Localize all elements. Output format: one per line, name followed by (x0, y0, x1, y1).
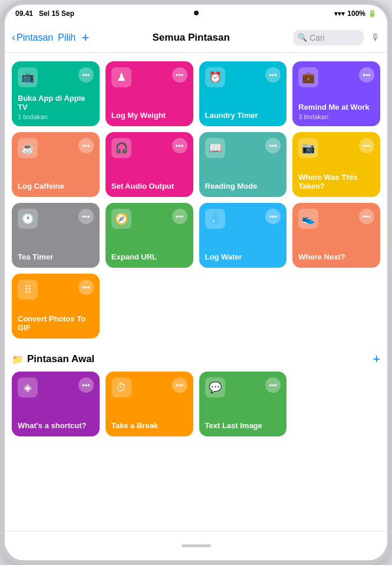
home-indicator[interactable] (182, 544, 211, 547)
shortcut-icon-buka-app: 📺 (18, 67, 38, 87)
shortcut-title-where-next: Where Next? (298, 252, 374, 262)
shortcut-icon-log-weight: ♟ (111, 67, 131, 87)
shortcut-card-set-audio[interactable]: 🎧•••Set Audio Output (106, 132, 193, 197)
shortcut-icon-laundry-timer: ⏰ (205, 67, 225, 87)
shortcut-card-where-next[interactable]: 👟•••Where Next? (292, 203, 380, 268)
shortcut-icon-where-was: 📷 (298, 138, 318, 158)
search-icon: 🔍 (298, 33, 307, 42)
search-bar[interactable]: 🔍 Cari (293, 30, 364, 45)
shortcut-icon-log-water: 💧 (205, 209, 225, 229)
shortcut-card-convert-photos[interactable]: ⠿•••Convert Photos To GIF (12, 274, 100, 339)
shortcut-title-log-caffeine: Log Caffeine (18, 182, 94, 191)
shortcut-card-take-break[interactable]: ⏱•••Take a Break (106, 372, 193, 436)
shortcut-title-laundry-timer: Laundry Timer (205, 111, 281, 120)
shortcut-title-buka-app: Buka App di Apple TV (18, 94, 94, 112)
shortcut-icon-log-caffeine: ☕ (18, 138, 38, 158)
nav-bar: ‹ Pintasan Pilih + Semua Pintasan 🔍 Cari… (5, 22, 387, 53)
shortcut-menu-where-was[interactable]: ••• (359, 138, 374, 153)
device-frame: 09.41 Sel 15 Sep ▾▾▾ 100% 🔋 ‹ Pintasan P… (0, 0, 392, 565)
camera-dot (194, 11, 199, 15)
shortcut-menu-take-break[interactable]: ••• (172, 377, 187, 393)
shortcut-subtitle-remind-me: 3 tindakan (298, 113, 374, 120)
shortcut-menu-convert-photos[interactable]: ••• (78, 280, 94, 295)
add-shortcut-button[interactable]: + (82, 30, 90, 45)
starter-shortcuts-grid: ◈•••What's a shortcut?⏱•••Take a Break💬•… (12, 372, 380, 436)
wifi-icon: ▾▾▾ (334, 10, 345, 18)
shortcut-menu-whats-shortcut[interactable]: ••• (78, 377, 94, 393)
back-label[interactable]: Pintasan (17, 32, 53, 43)
search-placeholder: Cari (309, 33, 325, 42)
shortcut-icon-text-last-image: 💬 (205, 377, 225, 398)
shortcut-title-remind-me: Remind Me at Work (298, 103, 374, 112)
shortcut-menu-where-next[interactable]: ••• (359, 209, 374, 224)
section-header: 📁 Pintasan Awal + (12, 346, 380, 372)
shortcuts-grid: 📺•••Buka App di Apple TV1 tindakan♟•••Lo… (12, 61, 380, 339)
shortcut-card-expand-url[interactable]: 🧭•••Expand URL (106, 203, 193, 268)
shortcut-icon-whats-shortcut: ◈ (18, 377, 38, 398)
shortcut-title-convert-photos: Convert Photos To GIF (18, 314, 94, 333)
shortcut-card-buka-app[interactable]: 📺•••Buka App di Apple TV1 tindakan (12, 61, 100, 126)
shortcut-icon-set-audio: 🎧 (111, 138, 131, 158)
shortcut-card-log-water[interactable]: 💧•••Log Water (199, 203, 287, 268)
shortcut-menu-laundry-timer[interactable]: ••• (265, 67, 281, 83)
shortcut-title-set-audio: Set Audio Output (111, 182, 187, 191)
nav-back-button[interactable]: ‹ Pintasan (12, 31, 53, 44)
shortcut-menu-log-weight[interactable]: ••• (172, 67, 187, 83)
main-content: 📺•••Buka App di Apple TV1 tindakan♟•••Lo… (5, 53, 387, 531)
shortcut-icon-where-next: 👟 (298, 209, 318, 229)
shortcut-title-tea-timer: Tea Timer (18, 252, 94, 262)
shortcut-card-reading-mode[interactable]: 📖•••Reading Mode (199, 132, 287, 197)
shortcut-card-text-last-image[interactable]: 💬•••Text Last Image (199, 372, 287, 436)
shortcut-menu-log-caffeine[interactable]: ••• (78, 138, 94, 153)
shortcut-title-whats-shortcut: What's a shortcut? (18, 421, 94, 431)
shortcut-title-take-break: Take a Break (111, 421, 187, 431)
shortcut-title-log-water: Log Water (205, 252, 281, 262)
shortcut-card-log-weight[interactable]: ♟•••Log My Weight (106, 61, 193, 126)
section-title: Pintasan Awal (27, 353, 94, 365)
back-chevron-icon: ‹ (12, 31, 15, 44)
shortcut-menu-reading-mode[interactable]: ••• (265, 138, 281, 153)
section-add-button[interactable]: + (373, 352, 380, 367)
battery-icon: 🔋 (368, 9, 377, 18)
select-button[interactable]: Pilih (58, 32, 75, 43)
shortcut-title-reading-mode: Reading Mode (205, 182, 281, 191)
mic-icon[interactable]: 🎙 (371, 32, 380, 43)
shortcut-card-laundry-timer[interactable]: ⏰•••Laundry Timer (199, 61, 287, 126)
shortcut-title-expand-url: Expand URL (111, 252, 187, 262)
section-folder-icon: 📁 (12, 354, 24, 365)
shortcut-card-tea-timer[interactable]: 🕐•••Tea Timer (12, 203, 100, 268)
shortcut-card-remind-me[interactable]: 💼•••Remind Me at Work3 tindakan (292, 61, 380, 126)
shortcut-menu-expand-url[interactable]: ••• (172, 209, 187, 224)
bottom-bar (5, 531, 387, 560)
shortcut-title-where-was: Where Was This Taken? (298, 173, 374, 191)
nav-title: Semua Pintasan (94, 32, 288, 44)
shortcut-title-text-last-image: Text Last Image (205, 421, 281, 431)
shortcut-icon-reading-mode: 📖 (205, 138, 225, 158)
shortcut-icon-convert-photos: ⠿ (18, 280, 38, 300)
shortcut-menu-log-water[interactable]: ••• (265, 209, 281, 224)
shortcut-menu-set-audio[interactable]: ••• (172, 138, 187, 153)
shortcut-icon-remind-me: 💼 (298, 67, 318, 87)
status-indicators: ▾▾▾ 100% 🔋 (334, 9, 377, 18)
shortcut-card-log-caffeine[interactable]: ☕•••Log Caffeine (12, 132, 100, 197)
shortcut-menu-text-last-image[interactable]: ••• (265, 377, 281, 393)
shortcut-menu-remind-me[interactable]: ••• (359, 67, 374, 83)
shortcut-subtitle-buka-app: 1 tindakan (18, 113, 94, 120)
shortcut-title-log-weight: Log My Weight (111, 111, 187, 120)
shortcut-card-whats-shortcut[interactable]: ◈•••What's a shortcut? (12, 372, 100, 436)
shortcut-card-where-was[interactable]: 📷•••Where Was This Taken? (292, 132, 380, 197)
status-time: 09.41 Sel 15 Sep (15, 9, 74, 18)
shortcut-icon-expand-url: 🧭 (111, 209, 131, 229)
shortcut-menu-tea-timer[interactable]: ••• (78, 209, 94, 224)
shortcut-menu-buka-app[interactable]: ••• (78, 67, 94, 83)
shortcut-icon-tea-timer: 🕐 (18, 209, 38, 229)
battery-percentage: 100% (347, 9, 365, 18)
section-title-wrap: 📁 Pintasan Awal (12, 353, 94, 365)
shortcut-icon-take-break: ⏱ (111, 377, 131, 398)
